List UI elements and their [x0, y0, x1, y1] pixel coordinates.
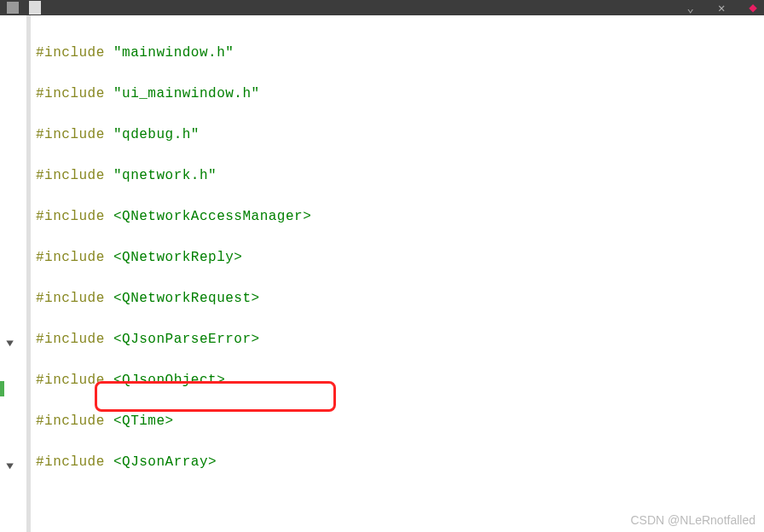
code-line: #include "ui_mainwindow.h" [36, 84, 764, 104]
toolbar-square-icon[interactable] [7, 2, 19, 14]
code-line: #include "qdebug.h" [36, 124, 764, 145]
close-icon[interactable]: ✕ [718, 1, 725, 15]
fold-icon[interactable]: ▼ [6, 460, 14, 472]
chevron-down-icon[interactable]: ⌄ [686, 1, 693, 15]
gutter[interactable]: ▼ ▼ [0, 15, 27, 532]
code-line: #include <QNetworkAccessManager> [36, 206, 764, 227]
code-line: #include <QNetworkRequest> [36, 288, 764, 309]
editor-toolbar: ⌄ ✕ ◆ [0, 0, 764, 15]
code-line: #include "mainwindow.h" [36, 43, 764, 63]
toolbar-left-group [7, 1, 41, 14]
toolbar-right-group: ⌄ ✕ ◆ [686, 0, 757, 16]
bookmark-icon[interactable]: ◆ [749, 0, 757, 16]
code-line [36, 493, 764, 513]
code-line: #include <QJsonParseError> [36, 329, 764, 350]
code-line: #include "qnetwork.h" [36, 165, 764, 186]
document-icon[interactable] [29, 1, 41, 14]
fold-icon[interactable]: ▼ [6, 338, 14, 350]
watermark: CSDN @NLeRnotfalled [631, 513, 756, 527]
code-line: #include <QNetworkReply> [36, 247, 764, 268]
code-line: #include <QJsonObject> [36, 370, 764, 390]
code-area[interactable]: #include "mainwindow.h" #include "ui_mai… [31, 15, 764, 532]
code-line: #include <QJsonArray> [36, 452, 764, 472]
code-line: #include <QTime> [36, 411, 764, 431]
editor-wrap: ▼ ▼ #include "mainwindow.h" #include "ui… [0, 15, 764, 532]
change-marker [0, 381, 4, 396]
